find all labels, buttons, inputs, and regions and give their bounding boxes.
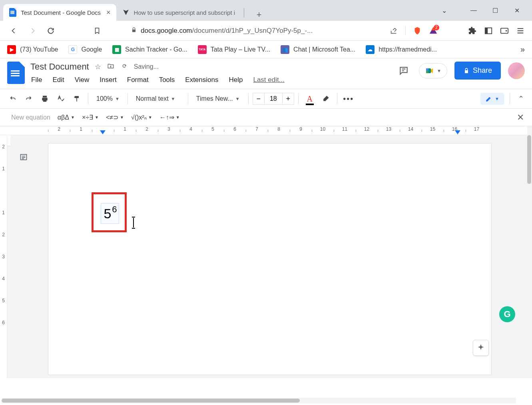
eq-math-button[interactable]: √()x²ₙ▼ xyxy=(131,114,152,121)
scrollbar-thumb[interactable] xyxy=(2,399,300,403)
bookmark-tataplay[interactable]: TATATata Play – Live TV... xyxy=(198,45,270,54)
toolbar-separator xyxy=(510,93,510,104)
font-size-control: − 18 + xyxy=(253,93,294,105)
close-window-icon[interactable]: ✕ xyxy=(513,7,521,14)
star-icon[interactable]: ☆ xyxy=(95,62,101,72)
equation-object[interactable]: 56 xyxy=(101,203,119,224)
cloud-sync-icon[interactable] xyxy=(120,62,128,72)
meet-button[interactable]: ▼ xyxy=(419,63,447,78)
share-button[interactable]: Share xyxy=(454,62,501,80)
font-size-increase[interactable]: + xyxy=(282,93,294,105)
indent-marker-left[interactable] xyxy=(100,130,106,134)
comment-history-icon[interactable] xyxy=(396,63,412,79)
back-button[interactable] xyxy=(7,24,21,38)
document-page[interactable]: 56 xyxy=(48,143,492,375)
menu-view[interactable]: View xyxy=(74,74,90,86)
wallet-icon[interactable] xyxy=(500,26,509,35)
indent-marker-right[interactable] xyxy=(455,130,460,135)
share-url-icon[interactable] xyxy=(389,26,398,35)
svg-rect-5 xyxy=(426,68,428,71)
toolbar-more-button[interactable]: ••• xyxy=(341,92,356,106)
account-avatar[interactable] xyxy=(508,62,525,79)
grammarly-icon[interactable]: G xyxy=(499,306,515,322)
highlight-color-button[interactable] xyxy=(319,92,333,106)
docs-home-icon[interactable] xyxy=(7,62,25,84)
main-toolbar: 100%▼ Normal text▼ Times New...▼ − 18 + … xyxy=(0,89,532,109)
document-title[interactable]: Test Document xyxy=(30,62,89,72)
eq-relations-button[interactable]: <≠⊃▼ xyxy=(106,114,124,121)
sidebar-toggle-icon[interactable] xyxy=(484,26,493,35)
docs-header: Test Document ☆ Saving... File Edit View… xyxy=(0,58,532,86)
menu-help[interactable]: Help xyxy=(228,74,243,86)
scrollbar-thumb[interactable] xyxy=(527,135,531,184)
forward-button[interactable] xyxy=(26,24,39,38)
zoom-select[interactable]: 100%▼ xyxy=(92,95,124,102)
eq-greek-button[interactable]: αβΔ▼ xyxy=(58,114,75,121)
tab-list-dropdown-icon[interactable]: ⌄ xyxy=(440,7,448,14)
reload-button[interactable] xyxy=(44,24,58,38)
tab-title: Test Document - Google Docs xyxy=(21,9,101,16)
close-tab-icon[interactable]: × xyxy=(106,8,111,17)
menu-format[interactable]: Format xyxy=(126,74,149,86)
paragraph-style-select[interactable]: Normal text▼ xyxy=(132,95,184,102)
dropdown-arrow-icon: ▼ xyxy=(115,96,120,101)
explore-button[interactable] xyxy=(473,340,489,356)
redo-button[interactable] xyxy=(22,92,36,106)
toolbar-separator xyxy=(337,93,337,104)
bookmarks-overflow-icon[interactable]: » xyxy=(520,45,525,54)
url-field[interactable]: docs.google.com/document/d/1hP_y_UsnQ7Yo… xyxy=(125,23,382,38)
paint-format-button[interactable] xyxy=(70,92,84,106)
menu-file[interactable]: File xyxy=(30,74,43,86)
document-workspace: 211234567891011121314151617 21123456 56 … xyxy=(0,126,532,378)
bookmark-teams[interactable]: 👥Chat | Microsoft Tea... xyxy=(281,45,355,54)
browser-tab-active[interactable]: Test Document - Google Docs × xyxy=(3,4,116,21)
maximize-window-icon[interactable]: ☐ xyxy=(491,7,499,14)
bookmark-youtube[interactable]: ▶(73) YouTube xyxy=(7,45,58,54)
equation-highlight-box: 56 xyxy=(92,192,127,232)
dropdown-arrow-icon: ▼ xyxy=(176,115,180,120)
show-outline-button[interactable] xyxy=(17,150,30,164)
onedrive-icon: ☁ xyxy=(366,45,375,54)
collapse-toolbar-button[interactable]: ⌃ xyxy=(516,94,526,103)
font-size-decrease[interactable]: − xyxy=(253,93,265,105)
spellcheck-button[interactable] xyxy=(54,92,68,106)
bookmark-page-icon[interactable] xyxy=(90,24,104,38)
svg-rect-1 xyxy=(485,28,488,34)
new-equation-button[interactable]: New equation xyxy=(11,114,50,121)
browser-menu-icon[interactable] xyxy=(516,26,525,35)
new-tab-button[interactable]: + xyxy=(253,9,265,21)
menu-bar: File Edit View Insert Format Tools Exten… xyxy=(30,74,396,86)
move-folder-icon[interactable] xyxy=(107,62,115,72)
eq-operators-button[interactable]: ×÷∃▼ xyxy=(82,114,99,121)
equation-base: 5 xyxy=(104,206,111,221)
bookmark-onedrive[interactable]: ☁https://framedmedi... xyxy=(366,45,437,54)
bookmark-google[interactable]: GGoogle xyxy=(68,45,102,54)
horizontal-ruler[interactable]: 211234567891011121314151617 xyxy=(0,126,527,135)
font-size-input[interactable]: 18 xyxy=(265,93,282,105)
brave-shield-icon[interactable] xyxy=(413,26,422,35)
extensions-icon[interactable] xyxy=(468,26,477,35)
brave-rewards-icon[interactable] xyxy=(429,26,438,35)
menu-insert[interactable]: Insert xyxy=(99,74,118,86)
undo-button[interactable] xyxy=(6,92,20,106)
vertical-scrollbar[interactable] xyxy=(526,135,532,378)
editing-mode-button[interactable]: ▼ xyxy=(480,93,504,105)
menu-tools[interactable]: Tools xyxy=(158,74,176,86)
browser-tab-inactive[interactable]: How to use superscript and subscript i xyxy=(116,4,241,21)
menu-extensions[interactable]: Extensions xyxy=(184,74,219,86)
font-select[interactable]: Times New...▼ xyxy=(192,95,244,102)
eq-arrows-button[interactable]: ←↑⇒▼ xyxy=(159,114,180,121)
bookmark-sheets[interactable]: ▦Sachin Tracker - Go... xyxy=(112,45,187,54)
vertical-ruler[interactable]: 21123456 xyxy=(0,135,7,378)
site-favicon-icon xyxy=(122,8,130,16)
saving-status: Saving... xyxy=(134,63,159,70)
last-edit-link[interactable]: Last edit... xyxy=(252,74,285,86)
sheets-icon: ▦ xyxy=(112,45,121,54)
menu-edit[interactable]: Edit xyxy=(52,74,65,86)
close-equation-toolbar-icon[interactable]: ✕ xyxy=(517,112,524,123)
text-color-button[interactable]: A xyxy=(303,92,317,106)
meet-icon xyxy=(425,66,434,76)
print-button[interactable] xyxy=(38,92,52,106)
horizontal-scrollbar[interactable] xyxy=(2,398,516,403)
minimize-window-icon[interactable]: — xyxy=(470,7,478,14)
